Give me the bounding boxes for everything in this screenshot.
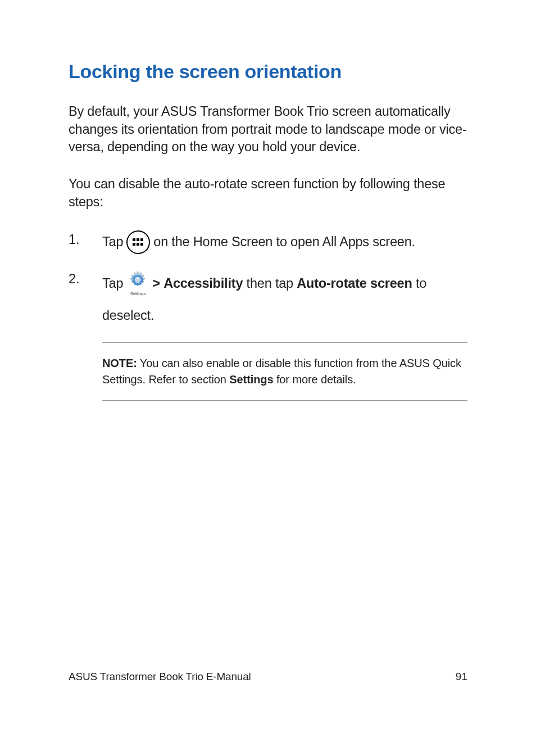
gt-symbol: >: [152, 276, 160, 291]
svg-rect-0: [133, 238, 135, 241]
note-settings-ref: Settings: [229, 373, 273, 386]
all-apps-icon: [126, 230, 150, 254]
settings-icon-wrap: Settings: [128, 270, 148, 298]
step-2: 2. Tap: [69, 270, 467, 327]
svg-rect-2: [140, 238, 143, 241]
intro-paragraph-2: You can disable the auto-rotate screen f…: [69, 175, 467, 211]
step-text-mid: then tap: [247, 276, 297, 291]
note-text-2: for more details.: [273, 373, 356, 386]
svg-rect-5: [140, 243, 143, 246]
svg-rect-1: [137, 238, 139, 241]
footer-title: ASUS Transformer Book Trio E-Manual: [69, 671, 251, 683]
step-text-pre: Tap: [102, 232, 123, 253]
note-box: NOTE: You can also enable or disable thi…: [102, 342, 467, 401]
step-text-post: to: [416, 276, 426, 291]
accessibility-label: Accessibility: [163, 276, 243, 291]
page-footer: ASUS Transformer Book Trio E-Manual 91: [69, 671, 467, 683]
svg-rect-4: [137, 243, 139, 246]
intro-paragraph-1: By default, your ASUS Transformer Book T…: [69, 103, 467, 156]
step-text-line2: deselect.: [102, 305, 467, 327]
step-text-post: on the Home Screen to open All Apps scre…: [153, 232, 415, 253]
footer-page-number: 91: [456, 671, 467, 683]
step-text-pre: Tap: [102, 273, 123, 295]
step-number: 2.: [69, 270, 102, 288]
steps-list: 1. Tap on the Home Screen: [69, 230, 467, 327]
page-content: Locking the screen orientation By defaul…: [0, 0, 536, 401]
settings-icon: [128, 270, 148, 290]
step-body: Tap on the Home Screen to open All Apps …: [102, 230, 467, 254]
step-1: 1. Tap on the Home Screen: [69, 230, 467, 254]
section-heading: Locking the screen orientation: [69, 61, 467, 83]
settings-icon-caption: Settings: [130, 291, 146, 298]
step-number: 1.: [69, 230, 102, 249]
svg-rect-3: [133, 243, 135, 246]
auto-rotate-label: Auto-rotate screen: [297, 276, 412, 291]
step-body: Tap: [102, 270, 467, 327]
note-label: NOTE:: [102, 357, 137, 369]
